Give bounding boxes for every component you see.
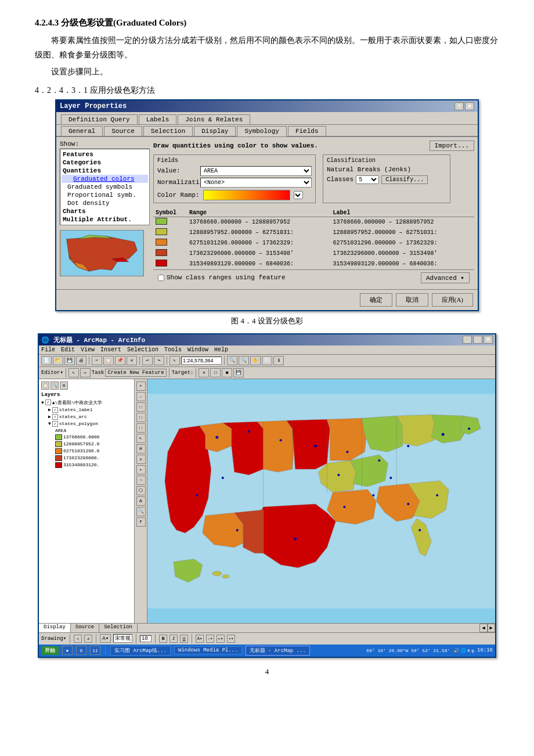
show-item-charts[interactable]: Charts [62, 207, 148, 215]
overview-btn[interactable]: f [136, 517, 146, 527]
taskbar-arcmap[interactable]: 实习图 ArcMap练... [110, 646, 171, 656]
table-row[interactable]: 173623296000.000000 – 3153498' 173623296… [153, 248, 474, 258]
undo-btn[interactable]: ↩ [142, 356, 153, 365]
table-row[interactable]: 315349893120.000000 – 6840036: 315349893… [153, 258, 474, 269]
select-elements-btn[interactable]: ↖ [74, 635, 82, 643]
advanced-button[interactable]: Advanced ▾ [421, 272, 470, 283]
taskbar-arcmap2[interactable]: 无标题 - ArcMap ... [246, 646, 310, 656]
line-color-btn[interactable]: ✏▾ [217, 635, 225, 643]
toc-btn3[interactable]: ⚙ [60, 381, 68, 390]
start-button[interactable]: 开始 [41, 646, 59, 655]
close-button[interactable]: ✕ [465, 102, 474, 110]
show-item-categories[interactable]: Categories [62, 159, 148, 167]
pointer-btn[interactable]: ↖ [169, 356, 180, 365]
tab-selection[interactable]: Selection [143, 126, 193, 136]
show-item-graduated-symbols[interactable]: Graduated symbols [62, 183, 148, 191]
toc-btn2[interactable]: 🔍 [50, 381, 59, 390]
zoom-in-map-btn[interactable]: + [136, 381, 146, 391]
zoom-out-map-btn[interactable]: - [136, 392, 146, 401]
paste-btn[interactable]: 📌 [115, 356, 125, 365]
show-item-features[interactable]: Features [62, 150, 148, 159]
taskbar-icon3[interactable]: 11 [90, 646, 100, 655]
taskbar-media[interactable]: Windows Media Pl... [174, 646, 242, 654]
identify-btn[interactable]: ℹ [273, 356, 284, 365]
color-ramp-bar[interactable] [203, 190, 290, 200]
show-item-proportional-symbols[interactable]: Proportional symb. [62, 191, 148, 199]
edit-vertices[interactable]: ✏ [80, 368, 91, 377]
menu-help[interactable]: Help [214, 347, 228, 353]
font-size-input[interactable]: 10 [140, 635, 151, 642]
map-view[interactable]: + - :: :: :: ↖ H ⊙ • → ⬡ A 🔍 f [135, 379, 495, 623]
full-extent-btn[interactable]: ⬜ [262, 356, 272, 365]
menu-file[interactable]: File [41, 347, 55, 353]
toc-item-states-label[interactable]: ▶ states_label [41, 406, 132, 413]
normalize-select[interactable]: <None> [200, 178, 312, 188]
tab-definition-query[interactable]: Definition Query [61, 114, 138, 124]
draw-line-btn[interactable]: → [136, 476, 146, 485]
rotate-elements-btn[interactable]: ↺ [84, 635, 92, 643]
classes-select[interactable]: 5 [356, 175, 379, 184]
box-select-btn[interactable]: H [136, 444, 146, 453]
tab-general[interactable]: General [61, 126, 103, 136]
pan-map-btn[interactable]: :: [136, 413, 146, 422]
ok-button[interactable]: 确定 [360, 293, 392, 307]
show-item-graduated-colors[interactable]: Graduated colors [62, 175, 148, 183]
pan-btn[interactable]: ✋ [250, 356, 261, 365]
draw-polygon-btn[interactable]: ⬡ [136, 486, 146, 495]
font-size-select[interactable]: 宋常规 [113, 634, 132, 643]
arcmap-minimize[interactable]: _ [463, 336, 472, 344]
menu-selection[interactable]: Selection [127, 347, 158, 353]
scale-input[interactable] [181, 357, 222, 365]
rotate-btn[interactable]: :: [136, 423, 146, 433]
edit-tool[interactable]: ↖ [68, 368, 79, 377]
tab-fields[interactable]: Fields [288, 126, 326, 136]
bold-btn[interactable]: B [159, 635, 167, 643]
rubber-band-btn[interactable]: ⊙ [136, 455, 146, 464]
menu-tools[interactable]: Tools [164, 347, 182, 353]
zoom-out-btn[interactable]: 🔍 [239, 356, 249, 365]
classify-button[interactable]: Classify... [381, 175, 428, 184]
tab-labels[interactable]: Labels [139, 114, 177, 124]
table-row[interactable]: 62751031296.000000 – 17362329: 627510312… [153, 237, 474, 248]
show-ranges-checkbox[interactable] [158, 275, 164, 281]
tab-source[interactable]: Source [104, 126, 142, 136]
save-btn[interactable]: 💾 [64, 356, 75, 365]
tab-joins-relates[interactable]: Joins & Relates [178, 114, 250, 124]
text-btn[interactable]: A▾ [100, 634, 111, 643]
redo-btn[interactable]: ↪ [154, 356, 164, 365]
copy-btn[interactable]: 📋 [103, 356, 114, 365]
save-edit-btn[interactable]: 💾 [233, 368, 244, 377]
scroll-right-btn[interactable]: ▶ [488, 624, 495, 632]
zoom-in-btn[interactable]: 🔍 [227, 356, 237, 365]
create-feature-btn[interactable]: Create New Feature [105, 369, 166, 377]
delete-btn[interactable]: ✕ [127, 356, 137, 365]
toc-item-root[interactable]: ▼ ▲\查看阳\中南农业大学 [41, 399, 132, 406]
show-item-quantities[interactable]: Quantities [62, 167, 148, 175]
magnify-btn[interactable]: 🔍 [136, 507, 146, 516]
shadow-btn[interactable]: •▾ [227, 635, 235, 643]
scroll-left-btn[interactable]: ◀ [479, 624, 487, 632]
italic-btn[interactable]: I [169, 635, 178, 643]
taskbar-icon2[interactable]: G [76, 646, 86, 655]
table-row[interactable]: 13768660.000000 – 12888957952 13768660.0… [153, 217, 474, 227]
underline-btn[interactable]: U [180, 635, 188, 643]
tab-symbology[interactable]: Symbology [237, 126, 286, 136]
cut-btn[interactable]: ✂ [92, 356, 102, 365]
menu-view[interactable]: View [81, 347, 95, 353]
edit-annotations-btn[interactable]: A [136, 496, 146, 506]
move-btn[interactable]: :: [136, 402, 146, 412]
print-btn[interactable]: 🖨 [76, 356, 86, 365]
color-ramp-select[interactable]: ▾ [294, 191, 303, 199]
arcmap-tab-source[interactable]: Source [71, 624, 99, 632]
menu-window[interactable]: Window [187, 347, 208, 353]
menu-edit[interactable]: Edit [61, 347, 75, 353]
select-btn[interactable]: ↖ [136, 434, 146, 443]
cancel-button[interactable]: 取消 [396, 293, 428, 307]
taskbar-icon1[interactable]: ● [62, 646, 73, 655]
toc-item-states-arc[interactable]: ▶ states_arc [41, 413, 132, 420]
value-select[interactable]: AREA [200, 166, 312, 176]
fill-color-btn[interactable]: ☆▾ [206, 635, 214, 643]
toc-item-states-polygon[interactable]: ▼ states_polygon [41, 420, 132, 427]
show-item-dot-density[interactable]: Dot density [62, 199, 148, 207]
arcmap-tab-selection[interactable]: Selection [99, 624, 138, 632]
